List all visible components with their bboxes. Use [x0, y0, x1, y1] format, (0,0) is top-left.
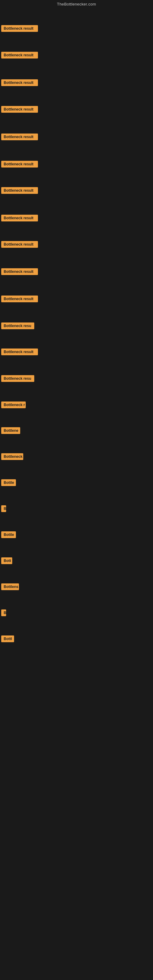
bottleneck-badge-5[interactable]: Bottleneck result — [1, 134, 38, 142]
badge-label-12: Bottleneck resu — [1, 323, 34, 329]
bottleneck-badge-14[interactable]: Bottleneck resu — [1, 375, 34, 383]
bottleneck-badge-10[interactable]: Bottleneck result — [1, 268, 38, 276]
badges-container: Bottleneck resultBottleneck resultBottle… — [0, 8, 153, 980]
bottleneck-badge-18[interactable]: Bottle — [1, 479, 16, 487]
bottleneck-badge-19[interactable]: B — [1, 505, 6, 513]
bottleneck-badge-12[interactable]: Bottleneck resu — [1, 323, 34, 331]
bottleneck-badge-8[interactable]: Bottleneck result — [1, 215, 38, 223]
bottleneck-badge-23[interactable]: B — [1, 609, 6, 617]
badge-label-17: Bottleneck — [1, 453, 23, 460]
bottleneck-badge-11[interactable]: Bottleneck result — [1, 296, 38, 304]
badge-label-1: Bottleneck result — [1, 25, 38, 32]
bottleneck-badge-4[interactable]: Bottleneck result — [1, 106, 38, 114]
bottleneck-badge-17[interactable]: Bottleneck — [1, 453, 23, 461]
badge-label-16: Bottlene — [1, 427, 20, 434]
badge-label-20: Bottle — [1, 531, 16, 538]
bottleneck-badge-6[interactable]: Bottleneck result — [1, 161, 38, 169]
bottleneck-badge-3[interactable]: Bottleneck result — [1, 79, 38, 87]
badge-label-13: Bottleneck result — [1, 348, 38, 355]
bottleneck-badge-16[interactable]: Bottlene — [1, 427, 20, 435]
bottleneck-badge-20[interactable]: Bottle — [1, 531, 16, 539]
bottleneck-badge-24[interactable]: Bottl — [1, 635, 14, 643]
badge-label-11: Bottleneck result — [1, 296, 38, 302]
bottleneck-badge-2[interactable]: Bottleneck result — [1, 52, 38, 60]
bottleneck-badge-21[interactable]: Bott — [1, 557, 12, 565]
badge-label-2: Bottleneck result — [1, 52, 38, 59]
badge-label-5: Bottleneck result — [1, 134, 38, 140]
bottleneck-badge-1[interactable]: Bottleneck result — [1, 25, 38, 33]
badge-label-18: Bottle — [1, 479, 16, 486]
badge-label-15: Bottleneck r — [1, 401, 26, 408]
badge-label-4: Bottleneck result — [1, 106, 38, 113]
bottleneck-badge-9[interactable]: Bottleneck result — [1, 241, 38, 249]
site-title-bar: TheBottlenecker.com — [0, 0, 153, 8]
badge-label-22: Bottlens — [1, 584, 19, 590]
bottleneck-badge-22[interactable]: Bottlens — [1, 584, 19, 591]
site-title: TheBottlenecker.com — [0, 0, 153, 8]
badge-label-9: Bottleneck result — [1, 241, 38, 248]
badge-label-21: Bott — [1, 557, 12, 564]
badge-label-19: B — [1, 505, 6, 512]
badge-label-24: Bottl — [1, 635, 14, 642]
badge-label-8: Bottleneck result — [1, 215, 38, 221]
badge-label-14: Bottleneck resu — [1, 375, 34, 382]
badge-label-6: Bottleneck result — [1, 161, 38, 167]
bottleneck-badge-15[interactable]: Bottleneck r — [1, 401, 26, 409]
bottleneck-badge-7[interactable]: Bottleneck result — [1, 187, 38, 195]
badge-label-3: Bottleneck result — [1, 79, 38, 86]
badge-label-10: Bottleneck result — [1, 268, 38, 275]
badge-label-23: B — [1, 609, 6, 616]
bottleneck-badge-13[interactable]: Bottleneck result — [1, 348, 38, 356]
badge-label-7: Bottleneck result — [1, 187, 38, 194]
